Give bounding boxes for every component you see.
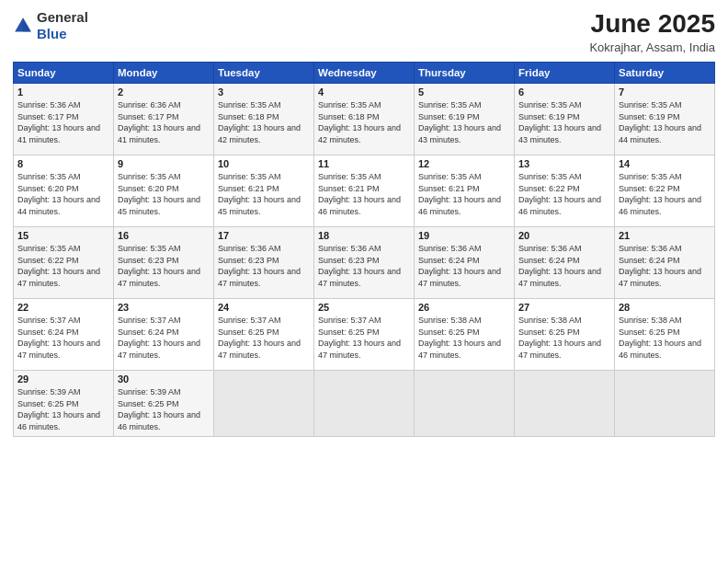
day-info: Sunrise: 5:35 AMSunset: 6:23 PMDaylight:…: [118, 244, 200, 288]
day-number: 25: [318, 302, 410, 313]
table-row: 7Sunrise: 5:35 AMSunset: 6:19 PMDaylight…: [615, 84, 715, 155]
day-number: 10: [218, 158, 310, 169]
day-info: Sunrise: 5:35 AMSunset: 6:22 PMDaylight:…: [518, 172, 601, 216]
col-monday: Monday: [114, 63, 214, 84]
day-number: 29: [17, 373, 109, 385]
col-sunday: Sunday: [14, 63, 114, 84]
day-number: 28: [619, 302, 711, 313]
day-number: 24: [218, 302, 310, 313]
day-info: Sunrise: 5:39 AMSunset: 6:25 PMDaylight:…: [17, 387, 100, 431]
calendar-title: June 2025: [589, 9, 715, 39]
table-row: 10Sunrise: 5:35 AMSunset: 6:21 PMDayligh…: [214, 155, 314, 227]
day-number: 15: [17, 230, 109, 241]
table-row: 17Sunrise: 5:36 AMSunset: 6:23 PMDayligh…: [214, 227, 314, 299]
day-info: Sunrise: 5:36 AMSunset: 6:24 PMDaylight:…: [418, 244, 501, 288]
day-number: 27: [518, 302, 610, 313]
logo-general: General: [37, 9, 88, 25]
logo-icon: [13, 16, 33, 36]
day-number: 17: [218, 230, 310, 241]
day-info: Sunrise: 5:35 AMSunset: 6:21 PMDaylight:…: [218, 172, 301, 216]
day-info: Sunrise: 5:37 AMSunset: 6:25 PMDaylight:…: [318, 316, 401, 360]
logo-blue: Blue: [37, 26, 67, 41]
calendar-week-row: 15Sunrise: 5:35 AMSunset: 6:22 PMDayligh…: [14, 227, 715, 299]
day-info: Sunrise: 5:35 AMSunset: 6:22 PMDaylight:…: [619, 172, 701, 216]
calendar-week-row: 22Sunrise: 5:37 AMSunset: 6:24 PMDayligh…: [14, 299, 715, 371]
col-saturday: Saturday: [615, 63, 715, 84]
table-row: [214, 371, 314, 437]
day-info: Sunrise: 5:35 AMSunset: 6:19 PMDaylight:…: [418, 100, 501, 144]
day-info: Sunrise: 5:36 AMSunset: 6:17 PMDaylight:…: [17, 100, 100, 144]
logo: General Blue: [13, 9, 88, 42]
day-info: Sunrise: 5:35 AMSunset: 6:19 PMDaylight:…: [518, 100, 601, 144]
day-info: Sunrise: 5:35 AMSunset: 6:19 PMDaylight:…: [619, 100, 701, 144]
calendar-week-row: 29Sunrise: 5:39 AMSunset: 6:25 PMDayligh…: [14, 371, 715, 437]
table-row: 30Sunrise: 5:39 AMSunset: 6:25 PMDayligh…: [114, 371, 214, 437]
day-info: Sunrise: 6:36 AMSunset: 6:17 PMDaylight:…: [118, 100, 200, 144]
table-row: 4Sunrise: 5:35 AMSunset: 6:18 PMDaylight…: [314, 84, 415, 155]
table-row: 1Sunrise: 5:36 AMSunset: 6:17 PMDaylight…: [14, 84, 114, 155]
table-row: [515, 371, 615, 437]
table-row: 16Sunrise: 5:35 AMSunset: 6:23 PMDayligh…: [114, 227, 214, 299]
table-row: 11Sunrise: 5:35 AMSunset: 6:21 PMDayligh…: [314, 155, 415, 227]
day-info: Sunrise: 5:38 AMSunset: 6:25 PMDaylight:…: [418, 316, 501, 360]
day-info: Sunrise: 5:35 AMSunset: 6:21 PMDaylight:…: [318, 172, 401, 216]
table-row: 5Sunrise: 5:35 AMSunset: 6:19 PMDaylight…: [415, 84, 515, 155]
day-number: 13: [518, 158, 610, 169]
table-row: 18Sunrise: 5:36 AMSunset: 6:23 PMDayligh…: [314, 227, 415, 299]
day-info: Sunrise: 5:36 AMSunset: 6:23 PMDaylight:…: [218, 244, 301, 288]
day-number: 7: [619, 86, 711, 98]
day-number: 1: [17, 86, 109, 98]
day-number: 23: [118, 302, 210, 313]
table-row: 28Sunrise: 5:38 AMSunset: 6:25 PMDayligh…: [615, 299, 715, 371]
table-row: 25Sunrise: 5:37 AMSunset: 6:25 PMDayligh…: [314, 299, 415, 371]
calendar-subtitle: Kokrajhar, Assam, India: [589, 40, 715, 54]
day-info: Sunrise: 5:38 AMSunset: 6:25 PMDaylight:…: [518, 316, 601, 360]
day-number: 22: [17, 302, 109, 313]
day-info: Sunrise: 5:39 AMSunset: 6:25 PMDaylight:…: [118, 387, 200, 431]
title-block: June 2025 Kokrajhar, Assam, India: [589, 9, 715, 54]
table-row: 3Sunrise: 5:35 AMSunset: 6:18 PMDaylight…: [214, 84, 314, 155]
table-row: 22Sunrise: 5:37 AMSunset: 6:24 PMDayligh…: [14, 299, 114, 371]
day-info: Sunrise: 5:35 AMSunset: 6:20 PMDaylight:…: [17, 172, 100, 216]
table-row: 23Sunrise: 5:37 AMSunset: 6:24 PMDayligh…: [114, 299, 214, 371]
day-number: 6: [518, 86, 610, 98]
day-info: Sunrise: 5:37 AMSunset: 6:24 PMDaylight:…: [17, 316, 100, 360]
header-row: Sunday Monday Tuesday Wednesday Thursday…: [14, 63, 715, 84]
calendar-week-row: 8Sunrise: 5:35 AMSunset: 6:20 PMDaylight…: [14, 155, 715, 227]
table-row: 8Sunrise: 5:35 AMSunset: 6:20 PMDaylight…: [14, 155, 114, 227]
page: General Blue June 2025 Kokrajhar, Assam,…: [0, 0, 728, 563]
day-number: 11: [318, 158, 410, 169]
day-number: 21: [619, 230, 711, 241]
table-row: 21Sunrise: 5:36 AMSunset: 6:24 PMDayligh…: [615, 227, 715, 299]
table-row: [615, 371, 715, 437]
day-number: 16: [118, 230, 210, 241]
table-row: 15Sunrise: 5:35 AMSunset: 6:22 PMDayligh…: [14, 227, 114, 299]
table-row: [415, 371, 515, 437]
day-number: 19: [418, 230, 510, 241]
calendar-table: Sunday Monday Tuesday Wednesday Thursday…: [13, 62, 715, 437]
col-wednesday: Wednesday: [314, 63, 415, 84]
svg-marker-1: [23, 17, 31, 31]
day-info: Sunrise: 5:35 AMSunset: 6:18 PMDaylight:…: [218, 100, 301, 144]
table-row: 24Sunrise: 5:37 AMSunset: 6:25 PMDayligh…: [214, 299, 314, 371]
table-row: 13Sunrise: 5:35 AMSunset: 6:22 PMDayligh…: [515, 155, 615, 227]
table-row: 6Sunrise: 5:35 AMSunset: 6:19 PMDaylight…: [515, 84, 615, 155]
calendar-week-row: 1Sunrise: 5:36 AMSunset: 6:17 PMDaylight…: [14, 84, 715, 155]
col-tuesday: Tuesday: [214, 63, 314, 84]
table-row: 9Sunrise: 5:35 AMSunset: 6:20 PMDaylight…: [114, 155, 214, 227]
day-number: 14: [619, 158, 711, 169]
day-info: Sunrise: 5:37 AMSunset: 6:25 PMDaylight:…: [218, 316, 301, 360]
table-row: 2Sunrise: 6:36 AMSunset: 6:17 PMDaylight…: [114, 84, 214, 155]
table-row: 26Sunrise: 5:38 AMSunset: 6:25 PMDayligh…: [415, 299, 515, 371]
day-info: Sunrise: 5:35 AMSunset: 6:21 PMDaylight:…: [418, 172, 501, 216]
table-row: 19Sunrise: 5:36 AMSunset: 6:24 PMDayligh…: [415, 227, 515, 299]
day-info: Sunrise: 5:35 AMSunset: 6:20 PMDaylight:…: [118, 172, 200, 216]
table-row: 20Sunrise: 5:36 AMSunset: 6:24 PMDayligh…: [515, 227, 615, 299]
day-number: 4: [318, 86, 410, 98]
day-number: 8: [17, 158, 109, 169]
day-info: Sunrise: 5:36 AMSunset: 6:24 PMDaylight:…: [518, 244, 601, 288]
day-info: Sunrise: 5:35 AMSunset: 6:22 PMDaylight:…: [17, 244, 100, 288]
table-row: [314, 371, 415, 437]
day-number: 26: [418, 302, 510, 313]
day-number: 9: [118, 158, 210, 169]
